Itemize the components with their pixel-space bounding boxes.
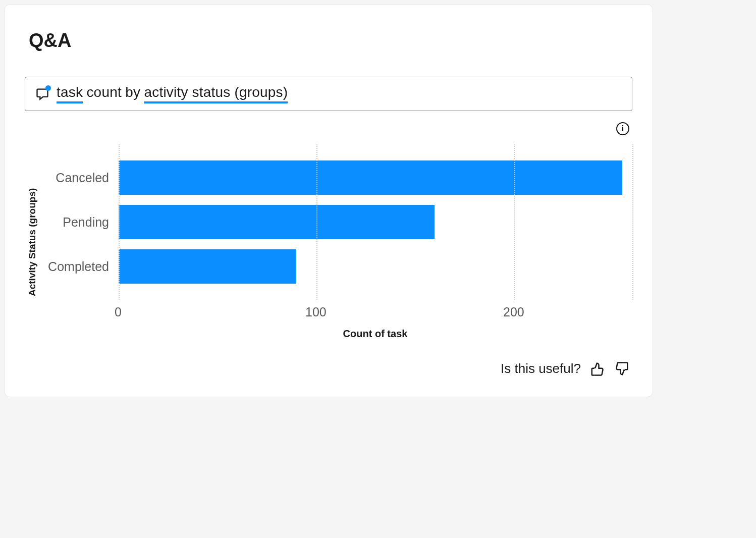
gridline bbox=[119, 144, 120, 300]
query-token: task bbox=[57, 84, 83, 103]
y-tick-label: Completed bbox=[40, 259, 118, 274]
x-tick-label: 100 bbox=[305, 305, 327, 319]
bar[interactable] bbox=[119, 249, 296, 284]
qa-query-text: taskcountbyactivity status (groups) bbox=[57, 84, 288, 103]
qa-query-input[interactable]: taskcountbyactivity status (groups) bbox=[25, 77, 632, 111]
gridline bbox=[316, 144, 317, 300]
y-axis-labels: CanceledPendingCompleted bbox=[40, 144, 118, 300]
gridline bbox=[514, 144, 515, 300]
chat-bubble-icon bbox=[35, 87, 49, 101]
y-axis-title: Activity Status (groups) bbox=[25, 144, 40, 340]
plot-area bbox=[118, 144, 632, 300]
chart-toolbar: i bbox=[25, 122, 632, 135]
query-token: count bbox=[86, 84, 122, 103]
query-token: activity status (groups) bbox=[144, 84, 288, 103]
feedback-row: Is this useful? bbox=[25, 361, 632, 376]
gridline bbox=[632, 144, 633, 300]
feedback-prompt: Is this useful? bbox=[501, 361, 581, 376]
x-axis-ticks: 0100200 bbox=[118, 305, 632, 323]
x-axis-title: Count of task bbox=[118, 328, 632, 340]
info-icon[interactable]: i bbox=[616, 122, 629, 135]
card-title: Q&A bbox=[29, 30, 632, 51]
x-tick-label: 200 bbox=[503, 305, 524, 319]
query-token: by bbox=[125, 84, 140, 103]
bar[interactable] bbox=[119, 205, 435, 239]
thumbs-up-icon[interactable] bbox=[590, 361, 605, 376]
x-tick-label: 0 bbox=[115, 305, 122, 319]
y-tick-label: Pending bbox=[40, 215, 118, 230]
chart: Activity Status (groups) CanceledPending… bbox=[25, 144, 632, 340]
bar[interactable] bbox=[119, 160, 622, 195]
y-tick-label: Canceled bbox=[40, 171, 118, 185]
thumbs-down-icon[interactable] bbox=[614, 361, 629, 376]
qa-visual-card: Q&A taskcountbyactivity status (groups) … bbox=[4, 4, 653, 397]
